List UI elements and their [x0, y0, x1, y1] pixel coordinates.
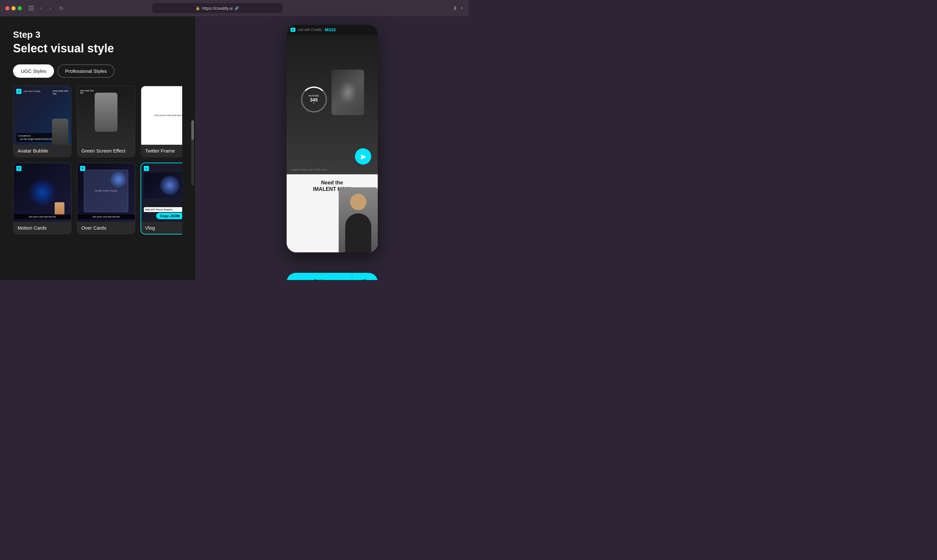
ab-overlay-text: now and seethe [53, 89, 68, 95]
person-head [350, 194, 366, 210]
card-label-over-cards: Over Cards [77, 222, 135, 234]
vlog-text-area: IMALENT Shines Brighter [144, 207, 182, 212]
phone-brand-name: ode with Creatify [298, 28, 322, 32]
over-cards-visual: E Double Switch Design Get yours now and… [77, 163, 135, 222]
motion-cards-visual: E Get yours now and see the [14, 163, 71, 222]
vlog-visual: E IMALENT Shines Brighter ✓ [141, 163, 182, 222]
runtime-unit: h [313, 102, 314, 104]
mc-bottom-text: Get yours now and see the [14, 214, 71, 219]
person-body [345, 213, 371, 252]
card-green-screen[interactable]: now and seethe Green Screen Effect [77, 86, 136, 157]
ab-title-text: ode with Creatify [23, 90, 40, 92]
card-preview-motion-cards: E Get yours now and see the [14, 163, 71, 222]
phone-logo-badge: E [291, 28, 296, 32]
r-button[interactable]: R [352, 273, 378, 280]
link-icon: 🔗 [234, 6, 239, 11]
tab-professional-styles[interactable]: Professional Styles [57, 65, 114, 78]
card-motion-cards[interactable]: E Get yours now and see the Motion Cards [13, 163, 72, 234]
vlog-top-image [144, 172, 182, 198]
ab-wit-text: wit [16, 89, 19, 91]
play-button[interactable]: ▶ [355, 148, 371, 165]
card-avatar-bubble[interactable]: E ode with Creatify is located at ...res… [13, 86, 72, 157]
new-tab-button[interactable]: + [460, 5, 463, 11]
close-button[interactable] [5, 6, 9, 11]
runtime-value: 345 [310, 98, 317, 102]
gs-person [95, 93, 117, 132]
twitter-frame-visual: Get yours now and see the [141, 86, 182, 145]
card-preview-vlog: E IMALENT Shines Brighter ✓ [141, 163, 182, 222]
card-label-vlog: Vlog [141, 222, 182, 234]
phone-top-bar: E ode with Creatify MS32 [287, 25, 378, 35]
oc-bottom-text: Get yours now and see the [77, 214, 135, 219]
mc-hand [55, 202, 65, 215]
browser-actions: ⬇ + [453, 5, 463, 11]
card-preview-twitter-frame: Get yours now and see the [141, 86, 182, 145]
ab-person [52, 119, 68, 145]
phone-subtitle-text: Longest runtime up to 345 hours [290, 168, 374, 171]
edit-button[interactable]: Edit [287, 273, 352, 280]
browser-chrome: ‹ › ↻ 🔒 https://creatify.ai 🔗 ⬇ + [0, 0, 468, 16]
circular-ring: RUNTIME 345 h [301, 86, 327, 112]
vlog-header: E [144, 166, 182, 171]
forward-button[interactable]: › [48, 4, 53, 12]
play-icon: ▶ [361, 152, 366, 160]
phone-person-lower [339, 187, 378, 252]
phone-video-area: E ode with Creatify MS32 RUNTIME 345 h [287, 25, 378, 174]
fullscreen-button[interactable] [18, 6, 22, 11]
card-label-motion-cards: Motion Cards [14, 222, 71, 234]
mc-glow [29, 180, 55, 206]
copy-json-button[interactable]: Copy JSON [156, 213, 182, 219]
bottom-action-buttons: Edit R [287, 273, 378, 280]
vlog-logo: E [144, 166, 149, 171]
card-preview-avatar-bubble: E ode with Creatify is located at ...res… [14, 86, 71, 145]
green-screen-visual: now and seethe [77, 86, 135, 145]
card-twitter-frame[interactable]: Get yours now and see the Twitter Frame [140, 86, 182, 157]
traffic-lights [5, 6, 22, 11]
runtime-indicator: RUNTIME 345 h [301, 86, 327, 112]
style-tabs: UGC Styles Professional Styles [13, 65, 182, 78]
sidebar-toggle[interactable] [28, 6, 34, 11]
download-button[interactable]: ⬇ [453, 5, 457, 11]
step-label: Step 3 [13, 29, 182, 40]
minimize-button[interactable] [11, 6, 15, 11]
vlog-product-text: IMALENT Shines Brighter [145, 208, 182, 211]
card-over-cards[interactable]: E Double Switch Design Get yours now and… [77, 163, 136, 234]
phone-preview: E ode with Creatify MS32 RUNTIME 345 h [287, 25, 378, 252]
product-glow [338, 79, 358, 105]
phone-model: MS32 [325, 27, 336, 32]
card-vlog[interactable]: E IMALENT Shines Brighter ✓ [140, 163, 182, 234]
oc-glow-obj [110, 171, 126, 188]
card-label-avatar-bubble: Avatar Bubble [14, 145, 71, 157]
card-label-twitter-frame: Twitter Frame [141, 145, 182, 157]
main-layout: Step 3 Select visual style UGC Styles Pr… [0, 16, 468, 280]
reload-button[interactable]: ↻ [57, 4, 65, 13]
scrollbar-track[interactable] [191, 120, 194, 185]
phone-lower-area: Need theIMALENT MS32 [287, 174, 378, 252]
card-label-green-screen: Green Screen Effect [77, 145, 135, 157]
left-panel: Step 3 Select visual style UGC Styles Pr… [0, 16, 195, 280]
tab-ugc-styles[interactable]: UGC Styles [13, 65, 54, 78]
phone-product-image [331, 69, 364, 115]
scrollbar-thumb[interactable] [191, 120, 194, 140]
url-text: https://creatify.ai [202, 6, 233, 11]
address-bar[interactable]: 🔒 https://creatify.ai 🔗 [152, 3, 282, 13]
oc-paper-text: Double Switch Design [95, 189, 117, 192]
lock-icon: 🔒 [196, 6, 200, 11]
card-preview-green-screen: now and seethe [77, 86, 135, 145]
back-button[interactable]: ‹ [38, 4, 43, 12]
twitter-overlay-text: Get yours now and see the [152, 111, 182, 119]
phone-wrapper: E ode with Creatify MS32 RUNTIME 345 h [287, 25, 378, 272]
styles-grid: E ode with Creatify is located at ...res… [13, 86, 182, 234]
right-panel: E ode with Creatify MS32 RUNTIME 345 h [196, 16, 468, 280]
vlog-glow [160, 175, 180, 195]
avatar-bubble-visual: E ode with Creatify is located at ...res… [14, 86, 71, 145]
page-title: Select visual style [13, 42, 182, 55]
card-preview-over-cards: E Double Switch Design Get yours now and… [77, 163, 135, 222]
